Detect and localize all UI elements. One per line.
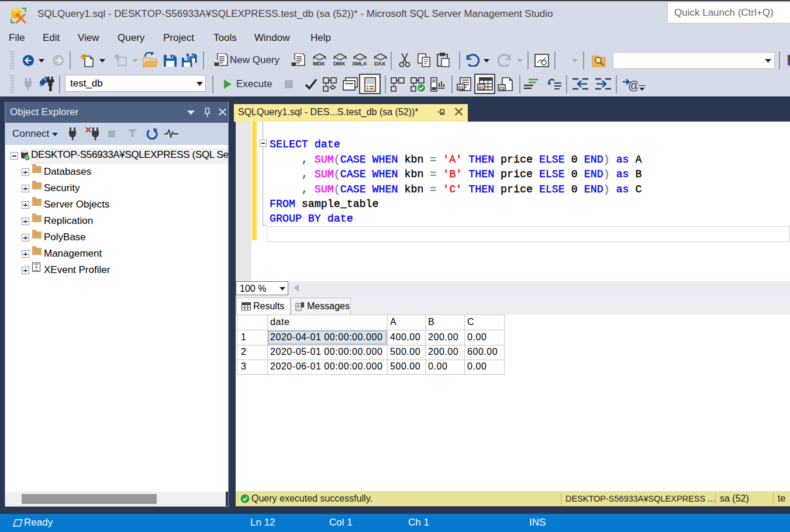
- svg-text:@: @: [628, 79, 638, 92]
- svg-text:01: 01: [499, 85, 505, 91]
- svg-text:01: 01: [479, 85, 485, 91]
- svg-text:01: 01: [458, 85, 464, 91]
